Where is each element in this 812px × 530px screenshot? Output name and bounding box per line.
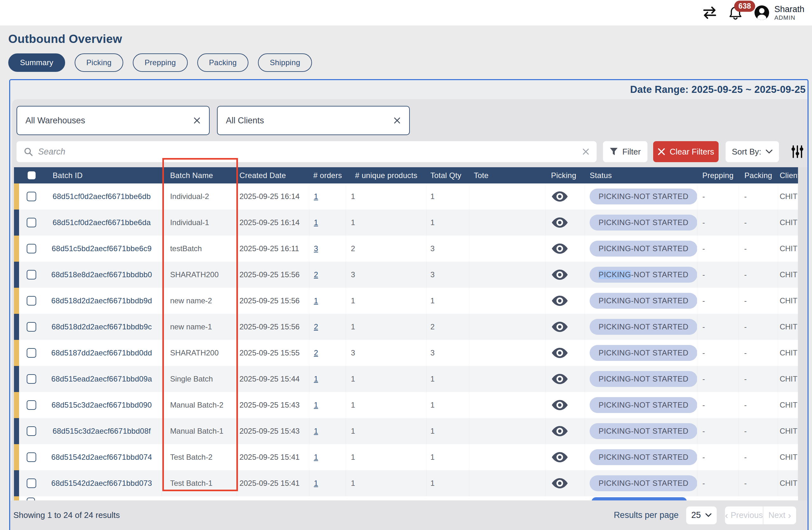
table-row[interactable]: 68d518e8d2aecf6671bbdbb0 SHARATH200 2025… [14,262,798,288]
unique-products-value: 1 [346,444,427,470]
view-picking-eye-icon[interactable] [551,243,568,254]
orders-count-link[interactable]: 1 [314,375,318,383]
client-select[interactable]: All Clients [217,106,410,135]
row-accent-bar [14,418,19,444]
table-row[interactable]: 68d51c5bd2aecf6671bbe6c9 testBatch 2025-… [14,236,798,262]
view-picking-eye-icon[interactable] [551,426,568,437]
row-checkbox[interactable] [27,322,36,332]
view-picking-eye-icon[interactable] [551,373,568,385]
view-picking-eye-icon[interactable] [551,191,568,202]
clear-search-icon[interactable] [582,148,590,155]
row-checkbox[interactable] [27,192,36,201]
row-checkbox[interactable] [27,348,36,358]
previous-page-button[interactable]: ‹ Previous [725,506,763,524]
client-value: CHIT [778,262,798,288]
col-header-created-date[interactable]: Created Date [237,167,309,183]
orders-count-link[interactable]: 2 [314,270,318,279]
row-checkbox[interactable] [27,270,36,279]
total-qty-value: 1 [427,288,469,314]
row-checkbox[interactable] [27,218,36,227]
clear-client-icon[interactable] [393,117,401,124]
col-header-tote[interactable]: Tote [469,167,545,183]
top-bar: 638 Sharath ADMIN [0,0,812,25]
orders-count-link[interactable]: 3 [314,244,318,253]
notifications-bell-icon[interactable]: 638 [729,6,742,20]
chevron-left-icon: ‹ [725,511,728,520]
row-checkbox[interactable] [27,296,36,306]
client-value: CHIT [778,210,798,236]
client-value: CHIT [778,470,798,496]
user-menu[interactable]: Sharath ADMIN [754,4,804,21]
table-row[interactable]: 68d515ead2aecf6671bbd09a Single Batch 20… [14,366,798,392]
col-header-batch-name[interactable]: Batch Name [162,167,237,183]
table-row[interactable]: 68d51cf0d2aecf6671bbe6db Individual-2 20… [14,183,798,210]
orders-count-link[interactable]: 2 [314,322,318,331]
tab-prepping[interactable]: Prepping [133,53,187,72]
col-header-unique-products[interactable]: # unique products [346,167,427,183]
row-accent-bar [14,444,19,470]
orders-count-link[interactable]: 1 [314,192,318,201]
orders-count-link[interactable]: 1 [314,218,318,227]
tab-packing[interactable]: Packing [197,53,248,72]
orders-count-link[interactable]: 1 [314,401,318,409]
col-header-picking[interactable]: Picking [546,167,585,183]
table-row[interactable]: 68d515c3d2aecf6671bbd090 Manual Batch-2 … [14,392,798,418]
table-row[interactable]: 68d51cf0d2aecf6671bbe6da Individual-1 20… [14,210,798,236]
total-qty-value: 1 [427,366,469,392]
prepping-value: - [697,444,739,470]
table-row[interactable]: 68d51542d2aecf6671bbd074 Test Batch-2 20… [14,444,798,470]
table-row[interactable]: 68d51542d2aecf6671bbd073 Test Batch-1 20… [14,470,798,496]
orders-count-link[interactable]: 1 [314,479,318,488]
packing-value: - [739,210,778,236]
col-header-total-qty[interactable]: Total Qty [427,167,469,183]
clear-filters-button[interactable]: Clear Filters [653,141,719,162]
row-checkbox[interactable] [27,244,36,253]
col-header-client[interactable]: Client [778,167,798,183]
filter-button[interactable]: Filter [603,141,648,162]
tab-shipping[interactable]: Shipping [258,53,312,72]
page-size-dropdown[interactable]: 25 [686,506,717,524]
batch-name-value: Individual-1 [162,210,237,236]
row-checkbox[interactable] [27,374,36,384]
search-input[interactable]: Search [16,141,597,162]
tab-summary[interactable]: Summary [8,53,65,72]
orders-count-link[interactable]: 1 [314,296,318,305]
view-picking-eye-icon[interactable] [551,399,568,411]
col-header-status[interactable]: Status [585,167,697,183]
col-header-batch-id[interactable]: Batch ID [42,167,162,183]
top-bar-actions: 638 Sharath ADMIN [702,0,804,25]
table-row[interactable]: 68d5187dd2aecf6671bbd0dd SHARATH200 2025… [14,340,798,366]
row-checkbox[interactable] [27,452,36,462]
warehouse-select[interactable]: All Warehouses [16,106,210,135]
view-picking-eye-icon[interactable] [551,269,568,280]
view-picking-eye-icon[interactable] [551,451,568,463]
clear-warehouse-icon[interactable] [193,117,201,124]
orders-count-link[interactable]: 1 [314,453,318,462]
batch-name-value: Test Batch-2 [162,444,237,470]
view-picking-eye-icon[interactable] [551,217,568,228]
table-scrollbar-track[interactable] [798,167,808,500]
row-accent-bar [14,470,19,496]
col-header-prepping[interactable]: Prepping [697,167,739,183]
col-header-orders[interactable]: # orders [309,167,346,183]
view-picking-eye-icon[interactable] [551,347,568,359]
table-row[interactable]: 68d518d2d2aecf6671bbdb9d new name-2 2025… [14,288,798,314]
column-settings-button[interactable] [787,141,808,162]
row-checkbox[interactable] [27,400,36,410]
row-checkbox[interactable] [27,426,36,436]
view-picking-eye-icon[interactable] [551,477,568,489]
view-picking-eye-icon[interactable] [551,321,568,333]
tab-picking[interactable]: Picking [75,53,123,72]
table-row[interactable]: 68d518d2d2aecf6671bbdb9c new name-1 2025… [14,314,798,340]
view-picking-eye-icon[interactable] [551,295,568,306]
sort-by-dropdown[interactable]: Sort By: [726,141,779,162]
next-page-button[interactable]: Next › [764,506,796,524]
select-all-checkbox[interactable] [28,171,35,179]
results-summary: Showing 1 to 24 of 24 results [13,510,614,520]
orders-count-link[interactable]: 2 [314,348,318,357]
row-checkbox[interactable] [27,478,36,488]
table-row[interactable]: 68d515c3d2aecf6671bbd08f Manual Batch-1 … [14,418,798,444]
col-header-packing[interactable]: Packing [739,167,778,183]
transfer-arrows-icon[interactable] [702,6,717,19]
orders-count-link[interactable]: 1 [314,427,318,435]
